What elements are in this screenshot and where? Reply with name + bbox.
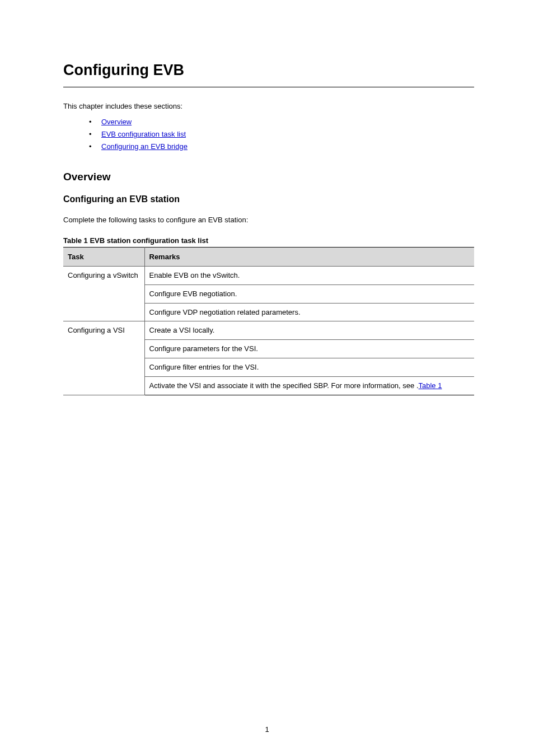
title-divider [63,87,474,87]
subsection-configuring-station: Configuring an EVB station [63,194,474,204]
table-inline-link[interactable]: Table 1 [419,381,442,390]
table-caption: Table 1 EVB station configuration task l… [63,236,474,245]
cell-text-pre: Activate the VSI and associate it with t… [149,381,403,390]
cell-remark: Configure VDP negotiation related parame… [144,303,474,321]
page-number: 1 [0,725,534,734]
cell-remark: Enable EVB on the vSwitch. [144,266,474,284]
cell-remark: Configure filter entries for the VSI. [144,358,474,377]
toc-item-overview: Overview [89,116,474,128]
toc-item-bridge: Configuring an EVB bridge [89,141,474,153]
page-title: Configuring EVB [63,62,474,79]
table-header-remarks: Remarks [144,247,474,266]
station-intro-paragraph: Complete the following tasks to configur… [63,214,474,226]
cell-remark-with-link: Activate the VSI and associate it with t… [144,376,474,395]
page: Configuring EVB This chapter includes th… [0,0,534,756]
toc-list: Overview EVB configuration task list Con… [89,116,474,153]
cell-remark: Create a VSI locally. [144,321,474,340]
intro-text: This chapter includes these sections: [63,101,474,113]
cell-group-vswitch: Configuring a vSwitch [63,266,144,321]
cell-remark: Configure parameters for the VSI. [144,340,474,358]
toc-link-overview[interactable]: Overview [101,118,132,126]
toc-item-task-list: EVB configuration task list [89,128,474,141]
table-row: Configuring a VSI Create a VSI locally. [63,321,474,340]
table-header-task: Task [63,247,144,266]
config-table: Task Remarks Configuring a vSwitch Enabl… [63,247,474,395]
cell-remark: Configure EVB negotiation. [144,284,474,303]
toc-link-task-list[interactable]: EVB configuration task list [101,130,186,138]
toc-link-bridge[interactable]: Configuring an EVB bridge [101,142,188,151]
cell-text-post: see . [402,381,418,390]
table-row: Configuring a vSwitch Enable EVB on the … [63,266,474,284]
cell-group-vsi: Configuring a VSI [63,321,144,395]
section-overview: Overview [63,171,474,183]
table-header-row: Task Remarks [63,247,474,266]
